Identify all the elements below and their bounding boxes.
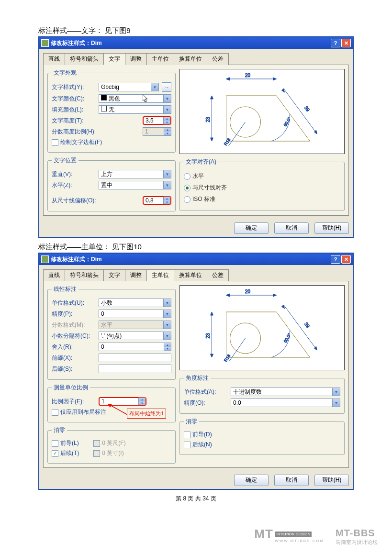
tab-strip: 直线 符号和箭头 文字 调整 主单位 换算单位 公差: [43, 269, 349, 281]
spinner-text-height[interactable]: 3.5▲▼: [143, 116, 171, 125]
svg-text:39: 39: [303, 321, 311, 329]
spin-buttons[interactable]: ▲▼: [164, 343, 171, 351]
spinner-scale-factor[interactable]: 1▲▼: [99, 397, 146, 406]
preview-pane: 20 23 39 60.0° R1: [179, 285, 345, 370]
svg-marker-3: [226, 78, 230, 80]
svg-text:R16: R16: [223, 354, 232, 363]
dialog-title: 修改标注样式：Dim: [51, 255, 330, 264]
tab-primary[interactable]: 主单位: [146, 269, 174, 281]
help-button[interactable]: 帮助(H): [314, 475, 349, 486]
legend-zero-l: 消零: [52, 426, 67, 434]
svg-marker-4: [273, 78, 277, 80]
input-prefix[interactable]: [99, 354, 171, 362]
checkbox-text-frame[interactable]: 绘制文字边框(F): [52, 138, 171, 146]
tab-symbols[interactable]: 符号和箭头: [65, 269, 104, 281]
help-button[interactable]: 帮助(H): [314, 222, 349, 234]
spinner-offset[interactable]: 0.8▲▼: [143, 196, 171, 205]
svg-marker-26: [211, 354, 213, 357]
tab-fit[interactable]: 调整: [125, 53, 147, 65]
checkbox-leading[interactable]: 前导(L): [52, 439, 79, 447]
label-horizontal: 水平(Z):: [52, 181, 96, 189]
titlebar[interactable]: 修改标注样式：Dim ? ✕: [39, 37, 353, 49]
chevron-down-icon[interactable]: ▼: [163, 170, 171, 178]
svg-text:39: 39: [303, 105, 311, 113]
checkbox-trailing[interactable]: ✓后续(T): [52, 449, 79, 457]
group-text-placement: 文字位置 垂直(V): 上方▼ 水平(Z): 置中▼ 从尺寸线偏移(O):: [47, 156, 176, 211]
tab-lines[interactable]: 直线: [43, 53, 65, 65]
label-text-color: 文字颜色(C):: [52, 95, 96, 103]
chevron-down-icon[interactable]: ▼: [163, 106, 171, 113]
tab-text[interactable]: 文字: [103, 53, 125, 65]
svg-marker-8: [211, 138, 213, 141]
tab-lines[interactable]: 直线: [43, 269, 65, 281]
combo-ang-format[interactable]: 十进制度数▼: [231, 388, 340, 396]
svg-text:20: 20: [245, 73, 251, 78]
combo-text-style[interactable]: Gbcbig▼: [99, 83, 159, 91]
help-icon-button[interactable]: ?: [331, 39, 340, 47]
tab-tolerance[interactable]: 公差: [207, 269, 229, 281]
help-icon-button[interactable]: ?: [331, 255, 340, 264]
label-fill-color: 填充颜色(L):: [52, 106, 96, 114]
combo-text-color[interactable]: 黑色▼: [99, 94, 171, 103]
radio-align-dimline[interactable]: 与尺寸线对齐: [184, 184, 340, 192]
close-icon-button[interactable]: ✕: [341, 39, 351, 47]
input-suffix[interactable]: [99, 365, 171, 373]
legend-placement: 文字位置: [52, 156, 78, 165]
combo-precision[interactable]: 0▼: [99, 310, 171, 318]
titlebar[interactable]: 修改标注样式：Dim ? ✕: [39, 254, 353, 265]
close-icon-button[interactable]: ✕: [341, 255, 351, 264]
chevron-down-icon[interactable]: ▼: [163, 332, 171, 340]
combo-separator[interactable]: '.' (句点)▼: [99, 332, 171, 340]
label-precision: 精度(P):: [52, 310, 96, 318]
combo-horizontal[interactable]: 置中▼: [99, 181, 171, 189]
cancel-button[interactable]: 取消: [274, 475, 309, 486]
dialog-primary-units: 修改标注样式：Dim ? ✕ 直线 符号和箭头 文字 调整 主单位 换算单位 公…: [38, 253, 354, 490]
tab-fit[interactable]: 调整: [125, 269, 147, 281]
radio-iso[interactable]: ISO 标准: [184, 195, 340, 203]
svg-line-9: [284, 89, 317, 134]
group-zero-left: 消零 前导(L) ✓后续(T) 0 英尺(F) 0 英寸(I): [47, 426, 176, 464]
label-text-style: 文字样式(Y):: [52, 83, 96, 91]
chevron-down-icon[interactable]: ▼: [163, 299, 171, 307]
spin-buttons[interactable]: ▲▼: [163, 117, 170, 124]
app-icon: [41, 255, 49, 263]
spin-buttons[interactable]: ▲▼: [163, 197, 170, 204]
radio-horizontal[interactable]: 水平: [184, 172, 340, 180]
chevron-down-icon[interactable]: ▼: [163, 95, 171, 102]
label-ang-format: 单位格式(A):: [184, 388, 228, 396]
text-style-more-button[interactable]: ..: [162, 82, 171, 92]
combo-frac-format: 水平▼: [99, 321, 171, 329]
page-footer: 第 8 页 共 34 页: [38, 495, 354, 503]
chevron-down-icon[interactable]: ▼: [151, 83, 158, 91]
label-text-height: 文字高度(T):: [52, 117, 96, 125]
label-round: 舍入(R):: [52, 343, 96, 351]
tab-alternate[interactable]: 换算单位: [174, 53, 207, 65]
app-icon: [41, 39, 49, 47]
ok-button[interactable]: 确定: [234, 222, 269, 234]
tab-tolerance[interactable]: 公差: [207, 53, 229, 65]
chevron-down-icon[interactable]: ▼: [163, 310, 171, 318]
label-frac-scale: 分数高度比例(H):: [52, 128, 104, 136]
combo-fill-color[interactable]: 无▼: [99, 105, 171, 114]
chevron-down-icon[interactable]: ▼: [163, 181, 171, 189]
cancel-button[interactable]: 取消: [274, 222, 309, 234]
svg-marker-22: [273, 294, 277, 297]
tab-alternate[interactable]: 换算单位: [174, 269, 207, 281]
combo-vertical[interactable]: 上方▼: [99, 170, 171, 178]
ok-button[interactable]: 确定: [234, 475, 269, 486]
spin-buttons[interactable]: ▲▼: [138, 398, 146, 405]
tab-symbols[interactable]: 符号和箭头: [65, 53, 104, 65]
chevron-down-icon[interactable]: ▼: [332, 388, 340, 396]
checkbox-ang-trailing[interactable]: 后续(N): [184, 441, 340, 449]
chevron-down-icon[interactable]: ▼: [332, 399, 340, 407]
combo-unit-format[interactable]: 小数▼: [99, 299, 171, 307]
spinner-frac-scale: 1▲▼: [143, 127, 171, 136]
legend-appearance: 文字外观: [52, 69, 78, 77]
tab-primary[interactable]: 主单位: [146, 53, 174, 65]
checkbox-ang-leading[interactable]: 前导(D): [184, 431, 340, 439]
combo-ang-precision[interactable]: 0.0▼: [231, 399, 340, 407]
tab-text[interactable]: 文字: [103, 269, 125, 281]
label-ang-precision: 精度(O):: [184, 399, 228, 407]
svg-marker-7: [211, 96, 213, 99]
spinner-round[interactable]: 0▲▼: [99, 343, 171, 351]
